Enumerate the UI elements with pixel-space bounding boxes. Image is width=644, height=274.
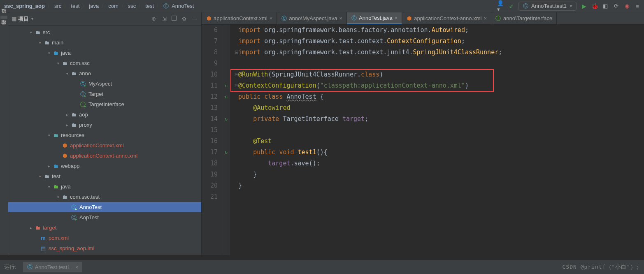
project-tool-tab[interactable]: 项目 <box>0 16 7 19</box>
code-editor[interactable]: 6789101112131415161718192021 ↻ ↻ ↻ ↻ imp… <box>202 25 644 255</box>
editor-tab[interactable]: Ⓒanno\MyAspect.java× <box>277 12 347 24</box>
tree-node-appctx[interactable]: ⬢applicationContext.xml <box>8 140 201 151</box>
tree-node-iml[interactable]: ▤ssc_spring_aop.iml <box>8 243 201 253</box>
chevron-down-icon: ▼ <box>30 17 34 21</box>
stop-all-button[interactable]: ■ <box>634 3 641 9</box>
chevron-right-icon: 〉 <box>101 3 106 9</box>
run-gutter-icon[interactable]: ↻ <box>222 114 230 125</box>
close-icon[interactable]: × <box>395 15 398 21</box>
collapse-all-icon[interactable] <box>172 16 177 21</box>
breadcrumb-seg[interactable]: test <box>70 3 80 9</box>
debug-button[interactable]: 🐞 <box>591 3 598 9</box>
run-gutter-icon[interactable]: ↻ <box>222 80 230 91</box>
chevron-right-icon: 〉 <box>47 3 52 9</box>
tree-node-anno[interactable]: ▾🖿anno <box>8 68 201 79</box>
class-icon: Ⓒ <box>351 15 357 21</box>
gutter-icons: ↻ ↻ ↻ ↻ <box>222 25 230 255</box>
navigation-bar: ssc_spring_aop 〉 src 〉 test 〉 java 〉 com… <box>0 0 644 12</box>
editor-area: ⬢applicationContext.xml× Ⓒanno\MyAspect.… <box>202 12 644 255</box>
xml-icon: ⬢ <box>406 16 412 21</box>
editor-tab[interactable]: ⬢applicationContext-anno.xml× <box>402 12 491 24</box>
close-icon[interactable]: × <box>75 264 79 270</box>
close-icon[interactable]: × <box>484 15 487 21</box>
project-tool-window: ▦ 项目 ▼ ⊕ ⇲ ✿ — ▾🖿src ▾🖿main ▾🖿java ▾🖿com… <box>8 12 202 255</box>
tree-node-com-ssc[interactable]: ▾🖿com.ssc <box>8 58 201 68</box>
project-pane-title[interactable]: ▦ 项目 ▼ <box>12 15 34 23</box>
tree-node-com-ssc-test[interactable]: ▾🖿com.ssc.test <box>8 192 201 202</box>
tree-node-aoptest[interactable]: Ⓒ▸AopTest <box>8 212 201 223</box>
coverage-button[interactable]: ◧ <box>602 3 609 9</box>
editor-tab-active[interactable]: ⒸAnnoTest.java× <box>347 12 402 24</box>
breadcrumb-file[interactable]: AnnoTest <box>171 3 195 9</box>
breadcrumb-seg[interactable]: src <box>53 3 62 9</box>
chevron-right-icon: 〉 <box>82 3 86 9</box>
run-button[interactable]: ▶ <box>581 3 587 9</box>
tree-node-java[interactable]: ▾🖿java <box>8 48 201 58</box>
hide-icon[interactable]: — <box>191 16 198 22</box>
tree-node-target[interactable]: Ⓒ▸Target <box>8 89 201 99</box>
project-tree[interactable]: ▾🖿src ▾🖿main ▾🖿java ▾🖿com.ssc ▾🖿anno Ⓒ▸M… <box>8 26 201 255</box>
editor-tab[interactable]: Ⓘanno\TargetInterface <box>491 12 557 24</box>
breadcrumb-seg[interactable]: java <box>88 3 100 9</box>
run-label: 运行: <box>4 263 16 271</box>
tree-node-test[interactable]: ▾🖿test <box>8 171 201 181</box>
run-config-label: AnnoTest.test1 <box>531 3 567 9</box>
editor-tabs: ⬢applicationContext.xml× Ⓒanno\MyAspect.… <box>202 12 644 25</box>
close-icon[interactable]: × <box>339 15 342 21</box>
run-gutter-icon[interactable]: ↻ <box>222 147 230 158</box>
tree-node-main[interactable]: ▾🖿main <box>8 37 201 48</box>
tree-node-test-java[interactable]: ▾🖿java <box>8 181 201 192</box>
build-icon[interactable]: ↙ <box>508 3 514 9</box>
editor-tab[interactable]: ⬢applicationContext.xml× <box>202 12 277 24</box>
class-icon: Ⓒ <box>163 3 169 9</box>
test-icon: Ⓒ <box>522 3 529 9</box>
breadcrumb-seg[interactable]: com <box>107 3 119 9</box>
interface-icon: Ⓘ <box>495 16 501 21</box>
xml-icon: ⬢ <box>206 16 212 21</box>
watermark: CSDN @printf（"小白"）; <box>563 263 640 271</box>
tree-node-annotest[interactable]: Ⓒ▸AnnoTest <box>8 202 201 212</box>
tree-node-resources[interactable]: ▾🖿resources <box>8 130 201 140</box>
class-icon: Ⓒ <box>281 16 287 21</box>
chevron-right-icon: 〉 <box>64 3 68 9</box>
tree-node-proxy[interactable]: ▸🖿proxy <box>8 120 201 130</box>
run-configuration-dropdown[interactable]: Ⓒ AnnoTest.test1 ▼ <box>518 2 577 11</box>
stop-button[interactable]: ◉ <box>623 3 630 9</box>
chevron-right-icon: 〉 <box>138 3 143 9</box>
code-content[interactable]: import org.springframework.beans.factory… <box>230 25 644 255</box>
settings-icon[interactable]: ✿ <box>181 16 187 22</box>
line-number-gutter: 6789101112131415161718192021 <box>202 25 222 255</box>
tree-node-appctx-anno[interactable]: ⬢applicationContext-anno.xml <box>8 151 201 161</box>
expand-all-icon[interactable]: ⇲ <box>161 16 167 22</box>
close-icon[interactable]: × <box>270 15 273 21</box>
tool-window-stripe-left: 项目 结构 <box>0 12 8 255</box>
run-tab[interactable]: Ⓒ AnnoTest.test1 × <box>23 262 83 272</box>
breadcrumb-seg[interactable]: test <box>144 3 155 9</box>
structure-tool-tab[interactable]: 结构 <box>0 27 7 30</box>
test-icon: Ⓒ <box>27 263 33 271</box>
chevron-down-icon: ▼ <box>569 4 573 8</box>
tree-node-pom[interactable]: mpom.xml <box>8 233 201 243</box>
tree-node-target-dir[interactable]: ▸🖿target <box>8 223 201 233</box>
breadcrumb-root[interactable]: ssc_spring_aop <box>3 3 46 9</box>
tree-node-aop[interactable]: ▸🖿aop <box>8 109 201 120</box>
chevron-right-icon: 〉 <box>156 3 161 9</box>
run-gutter-icon[interactable]: ↻ <box>222 91 230 102</box>
chevron-right-icon: 〉 <box>121 3 126 9</box>
breadcrumb-seg[interactable]: ssc <box>127 3 137 9</box>
user-icon[interactable]: 👤▾ <box>497 3 504 9</box>
tree-node-webapp[interactable]: ▸🖿webapp <box>8 161 201 171</box>
profile-button[interactable]: ⟳ <box>613 3 619 9</box>
status-bar: 运行: Ⓒ AnnoTest.test1 × CSDN @printf（"小白"… <box>0 260 644 274</box>
breadcrumb: ssc_spring_aop 〉 src 〉 test 〉 java 〉 com… <box>3 3 497 9</box>
tree-node-myaspect[interactable]: Ⓒ▸MyAspect <box>8 79 201 89</box>
select-opened-file-icon[interactable]: ⊕ <box>150 16 157 22</box>
tree-node-src[interactable]: ▾🖿src <box>8 27 201 37</box>
tree-node-targetinterface[interactable]: Ⓘ▸TargetInterface <box>8 99 201 109</box>
